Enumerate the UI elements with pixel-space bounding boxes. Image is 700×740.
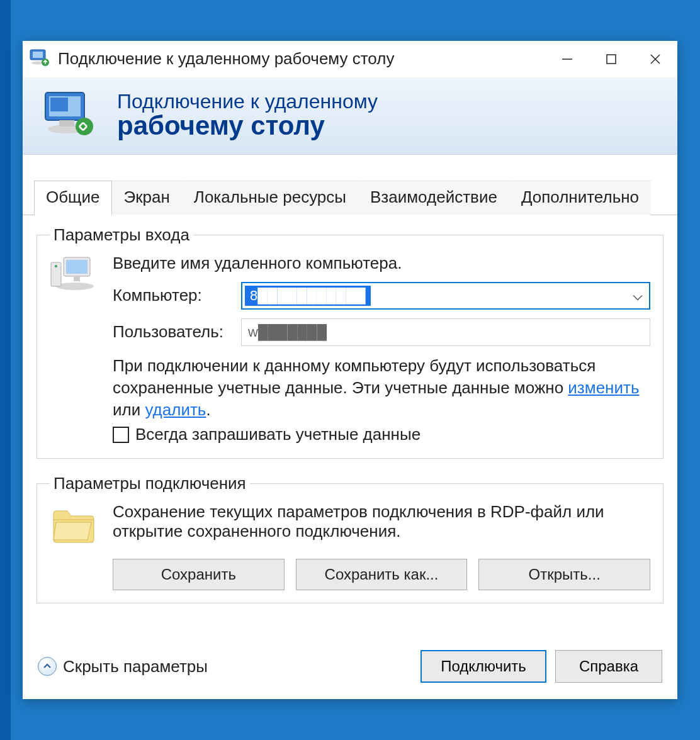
computer-combobox[interactable]: 8███████████ xyxy=(241,282,650,310)
banner-text: Подключение к удаленному рабочему столу xyxy=(117,90,378,141)
window-title: Подключение к удаленному рабочему столу xyxy=(58,49,545,69)
open-button[interactable]: Открыть... xyxy=(478,559,650,590)
computer-label: Компьютер: xyxy=(113,286,232,305)
svg-rect-5 xyxy=(607,55,616,64)
minimize-button[interactable] xyxy=(545,43,589,75)
hide-options-label: Скрыть параметры xyxy=(63,657,208,676)
svg-rect-16 xyxy=(74,276,80,281)
footer: Скрыть параметры Подключить Справка xyxy=(23,644,677,699)
tab-local-resources[interactable]: Локальные ресурсы xyxy=(182,181,358,215)
save-button[interactable]: Сохранить xyxy=(113,559,285,590)
chevron-down-icon xyxy=(633,286,643,305)
help-button[interactable]: Справка xyxy=(555,650,662,683)
folder-icon xyxy=(50,502,99,590)
credentials-info: При подключении к данному компьютеру буд… xyxy=(113,355,650,446)
banner: Подключение к удаленному рабочему столу xyxy=(23,77,677,155)
logon-instruction: Введите имя удаленного компьютера. xyxy=(113,254,650,273)
connection-settings-group: Параметры подключения Сохранение текущих… xyxy=(37,474,663,603)
tab-advanced[interactable]: Дополнительно xyxy=(509,181,651,215)
user-label: Пользователь: xyxy=(113,322,232,342)
tab-content: Параметры входа Введите имя удаленного к… xyxy=(23,215,677,644)
save-as-button[interactable]: Сохранить как... xyxy=(296,559,468,590)
connection-legend: Параметры подключения xyxy=(50,474,250,493)
svg-rect-15 xyxy=(66,260,88,274)
logon-settings-group: Параметры входа Введите имя удаленного к… xyxy=(37,225,663,459)
rdp-window: Подключение к удаленному рабочему столу xyxy=(23,41,677,699)
tab-display[interactable]: Экран xyxy=(112,181,182,215)
svg-point-19 xyxy=(55,265,57,267)
always-ask-checkbox[interactable] xyxy=(113,427,129,443)
computer-icon xyxy=(50,254,99,446)
window-controls xyxy=(545,43,677,75)
connection-description: Сохранение текущих параметров подключени… xyxy=(113,502,650,541)
connect-button[interactable]: Подключить xyxy=(421,650,546,683)
app-icon xyxy=(29,48,52,70)
tabbar: Общие Экран Локальные ресурсы Взаимодейс… xyxy=(23,155,677,215)
svg-rect-10 xyxy=(50,98,68,111)
hide-options-toggle[interactable]: Скрыть параметры xyxy=(38,657,208,676)
svg-point-13 xyxy=(76,118,93,135)
banner-line2: рабочему столу xyxy=(117,111,378,141)
tab-general[interactable]: Общие xyxy=(34,181,112,215)
delete-credentials-link[interactable]: удалить xyxy=(145,400,206,419)
collapse-up-icon xyxy=(38,657,57,676)
titlebar: Подключение к удаленному рабочему столу xyxy=(23,41,677,77)
computer-value: 8███████████ xyxy=(245,286,371,306)
always-ask-label: Всегда запрашивать учетные данные xyxy=(135,423,421,446)
username-field[interactable]: w███████ xyxy=(241,318,650,346)
maximize-button[interactable] xyxy=(589,43,633,75)
close-button[interactable] xyxy=(633,43,677,75)
banner-line1: Подключение к удаленному xyxy=(117,90,378,113)
rdp-icon xyxy=(42,90,102,142)
svg-rect-12 xyxy=(59,120,74,126)
svg-rect-1 xyxy=(33,52,43,58)
edit-credentials-link[interactable]: изменить xyxy=(568,378,639,397)
tab-experience[interactable]: Взаимодействие xyxy=(358,181,509,215)
username-value: w███████ xyxy=(248,324,327,340)
logon-legend: Параметры входа xyxy=(50,225,193,245)
svg-point-17 xyxy=(56,283,94,290)
